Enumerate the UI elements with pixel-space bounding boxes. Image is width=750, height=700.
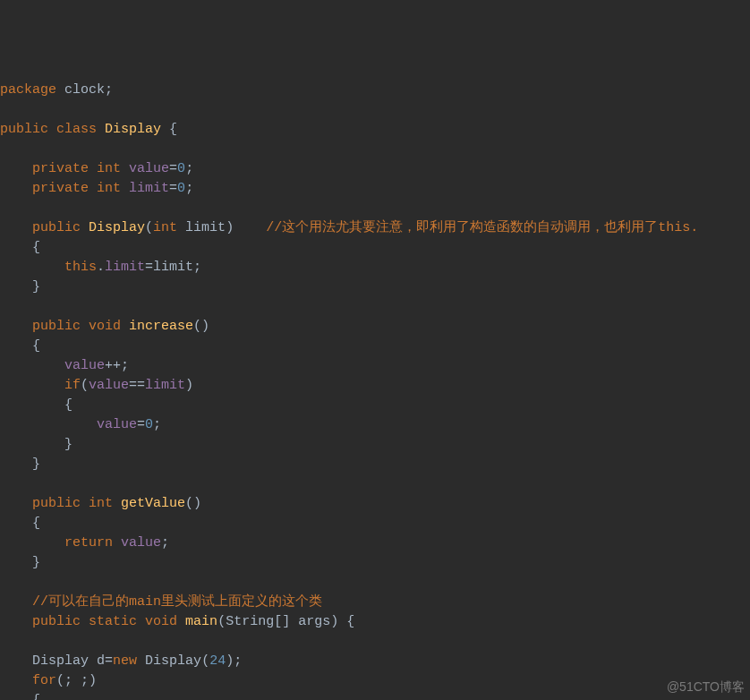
ctor-display: Display — [145, 653, 201, 669]
kw-public: public — [32, 319, 81, 334]
brace-close: } — [0, 555, 40, 570]
kw-for: for — [32, 673, 56, 688]
kw-package: package — [0, 82, 56, 98]
kw-int: int — [97, 161, 121, 176]
field-value: value — [129, 161, 169, 176]
type-string: String — [226, 614, 274, 629]
brace-open: { — [0, 338, 40, 354]
brace-open: { — [0, 693, 40, 700]
num-24: 24 — [209, 653, 226, 669]
brace-close: } — [0, 279, 40, 295]
kw-void: void — [89, 319, 121, 334]
kw-void: void — [145, 614, 177, 629]
brace-close: } — [0, 437, 72, 452]
brace-open: { — [0, 516, 40, 531]
kw-class: class — [56, 122, 97, 137]
num-zero: 0 — [145, 417, 153, 432]
num-zero: 0 — [177, 181, 185, 196]
code-block: package clock; public class Display { pr… — [0, 79, 750, 700]
kw-new: new — [113, 653, 137, 669]
assign-limit: =limit; — [145, 260, 201, 275]
kw-public: public — [32, 220, 81, 235]
brace-open: { — [0, 397, 72, 413]
kw-this: this — [64, 260, 97, 275]
kw-return: return — [64, 535, 113, 551]
field-value: value — [121, 535, 161, 551]
kw-if: if — [64, 378, 81, 393]
comment-constructor: //这个用法尤其要注意，即利用了构造函数的自动调用，也利用了this. — [266, 220, 698, 235]
kw-public: public — [32, 496, 81, 511]
field-value: value — [64, 358, 105, 373]
field-value: value — [89, 378, 129, 393]
constructor-name: Display — [89, 220, 145, 235]
class-name: Display — [105, 122, 161, 137]
type-display: Display — [32, 653, 89, 669]
param-args: args — [298, 614, 330, 629]
method-main: main — [185, 614, 217, 629]
brace-close: } — [0, 457, 40, 472]
kw-int: int — [153, 220, 177, 235]
watermark: @51CTO博客 — [667, 677, 745, 696]
field-limit: limit — [145, 378, 185, 393]
kw-private: private — [32, 161, 89, 176]
param-limit: limit — [185, 220, 226, 235]
var-d: d — [97, 653, 105, 669]
field-limit: limit — [105, 260, 145, 275]
method-getvalue: getValue — [121, 496, 185, 511]
comment-main-test: //可以在自己的main里头测试上面定义的这个类 — [32, 594, 322, 610]
kw-static: static — [89, 614, 137, 629]
kw-public: public — [32, 614, 81, 629]
method-increase: increase — [129, 319, 193, 334]
kw-int: int — [89, 496, 113, 511]
num-zero: 0 — [177, 161, 185, 176]
brace-open: { — [0, 240, 40, 255]
pkg-name: clock; — [56, 82, 113, 98]
kw-public: public — [0, 122, 48, 137]
kw-private: private — [32, 181, 89, 196]
field-limit: limit — [129, 181, 169, 196]
kw-int: int — [97, 181, 121, 196]
field-value: value — [97, 417, 137, 432]
